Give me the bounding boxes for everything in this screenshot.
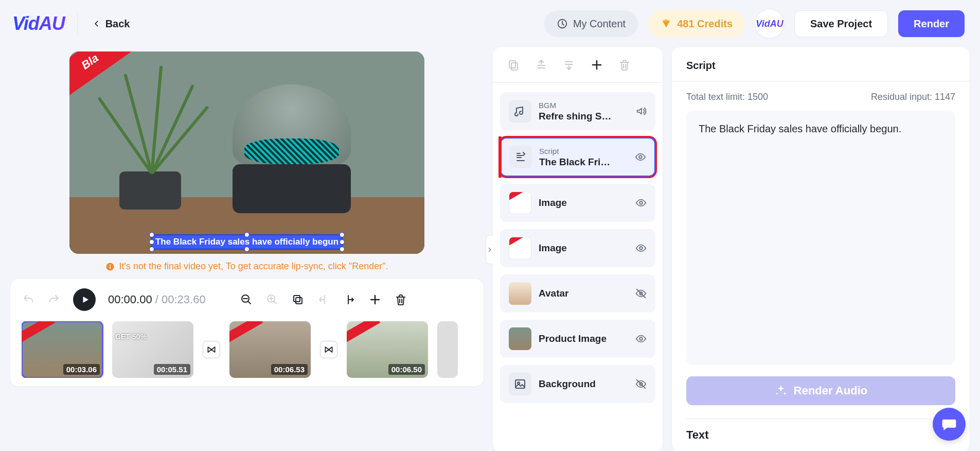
time-display: 00:00.00 / 00:23.60 (108, 293, 206, 306)
zoom-out-button[interactable] (240, 293, 253, 306)
panel-expand-handle[interactable] (486, 235, 493, 264)
clip-strip[interactable]: 00:03.06 GET 50% 00:05.51 00:06.53 (22, 321, 472, 378)
layers-list[interactable]: BGM Refre shing S… Script The Black Fri… (493, 83, 663, 412)
clip-5-partial[interactable] (437, 321, 458, 378)
time-duration: 00:23.60 (162, 293, 206, 306)
script-icon (509, 146, 532, 168)
limit-label: Total text limit: (686, 92, 747, 102)
main-area: Bla The Black Friday sales have official… (0, 47, 980, 451)
layer-image-1[interactable]: Image (500, 184, 655, 222)
layer-product-image[interactable]: Product Image (500, 320, 655, 358)
back-label: Back (105, 18, 130, 30)
transition-button-1[interactable] (203, 341, 220, 358)
clip-1[interactable]: 00:03.06 (22, 321, 103, 378)
play-icon (81, 295, 90, 304)
chat-button[interactable] (933, 408, 966, 441)
transition-icon (206, 344, 217, 355)
limit-value: 1500 (747, 92, 768, 102)
sparkle-icon (774, 384, 788, 397)
layer-thumbnail (509, 237, 531, 259)
layer-script[interactable]: Script The Black Fri… (500, 137, 655, 177)
time-current: 00:00.00 (108, 293, 152, 306)
layer-bgm[interactable]: BGM Refre shing S… (500, 92, 655, 130)
info-icon (105, 262, 115, 271)
layer-thumbnail (509, 282, 531, 305)
clock-icon (557, 18, 568, 29)
script-text: The Black Friday sales have officially b… (699, 123, 901, 134)
layer-thumbnail (509, 327, 531, 350)
my-content-button[interactable]: My Content (544, 10, 638, 37)
svg-point-2 (110, 264, 111, 265)
left-column: Bla The Black Friday sales have official… (10, 47, 484, 451)
redo-button[interactable] (47, 293, 61, 306)
svg-point-14 (639, 337, 643, 340)
copy-clip-button[interactable] (291, 293, 305, 306)
timeline-controls: 00:00.00 / 00:23.60 (22, 288, 472, 311)
delete-clip-button[interactable] (394, 293, 407, 306)
layer-value: Image (539, 242, 628, 254)
render-hint-text: It's not the final video yet, To get acc… (119, 261, 388, 272)
visibility-icon[interactable] (635, 242, 647, 254)
script-panel: Script Total text limit: 1500 Residual i… (672, 47, 970, 451)
undo-button[interactable] (22, 293, 35, 306)
delete-layer-button[interactable] (618, 59, 631, 71)
chevron-right-icon (487, 246, 492, 253)
layer-value: The Black Fri… (539, 157, 628, 168)
save-project-button[interactable]: Save Project (794, 10, 888, 37)
layer-background[interactable]: Background (500, 365, 655, 403)
volume-icon[interactable] (635, 106, 647, 117)
layer-value: Image (539, 197, 628, 209)
svg-rect-8 (509, 61, 515, 68)
play-button[interactable] (73, 288, 96, 311)
svg-rect-7 (296, 298, 302, 304)
layer-label: BGM (539, 101, 628, 110)
diamond-icon (661, 18, 672, 29)
svg-point-11 (639, 201, 643, 204)
clip-duration: 00:06.53 (271, 364, 308, 375)
add-clip-button[interactable] (368, 293, 382, 306)
back-button[interactable]: Back (88, 18, 130, 30)
render-hint: It's not the final video yet, To get acc… (105, 261, 388, 272)
visibility-icon[interactable] (635, 333, 647, 344)
clip-duration: 00:06.50 (388, 364, 425, 375)
visibility-off-icon[interactable] (635, 288, 647, 299)
clip-2[interactable]: GET 50% 00:05.51 (112, 321, 193, 378)
layer-image-2[interactable]: Image (500, 229, 655, 267)
visibility-icon[interactable] (635, 151, 646, 163)
layer-avatar[interactable]: Avatar (500, 274, 655, 313)
render-audio-button[interactable]: Render Audio (686, 376, 955, 405)
caption-overlay[interactable]: The Black Friday sales have officially b… (151, 234, 343, 250)
svg-rect-6 (294, 296, 300, 302)
residual-value: 1147 (935, 92, 955, 102)
render-button[interactable]: Render (898, 10, 965, 37)
svg-rect-9 (511, 63, 518, 70)
split-left-button[interactable] (317, 293, 330, 306)
move-down-button[interactable] (563, 59, 575, 71)
save-project-label: Save Project (810, 18, 872, 30)
chat-icon (941, 416, 957, 432)
layer-toolbar (493, 47, 663, 83)
add-layer-button[interactable] (591, 59, 603, 71)
split-right-button[interactable] (343, 293, 356, 306)
copy-layer-button[interactable] (507, 59, 520, 71)
panel-title: Script (686, 60, 955, 72)
script-textarea[interactable]: The Black Friday sales have officially b… (686, 111, 955, 365)
credits-label: 481 Credits (677, 18, 733, 30)
layer-value: Refre shing S… (539, 111, 628, 122)
svg-point-10 (639, 155, 642, 159)
move-up-button[interactable] (535, 59, 547, 71)
visibility-off-icon[interactable] (635, 378, 647, 390)
layer-value: Avatar (539, 288, 628, 299)
clip-3[interactable]: 00:06.53 (229, 321, 311, 378)
caption-text: The Black Friday sales have officially b… (155, 237, 338, 247)
layer-value: Product Image (539, 333, 628, 344)
zoom-in-button[interactable] (265, 293, 279, 306)
clip-4[interactable]: 00:06.50 (347, 321, 428, 378)
transition-button-2[interactable] (320, 341, 337, 358)
video-preview[interactable]: Bla The Black Friday sales have official… (69, 51, 424, 254)
layer-value: Background (539, 378, 628, 390)
credits-badge[interactable]: 481 Credits (648, 10, 745, 37)
timeline-panel: 00:00.00 / 00:23.60 (10, 279, 484, 386)
svg-rect-3 (110, 266, 111, 268)
visibility-icon[interactable] (635, 197, 647, 209)
